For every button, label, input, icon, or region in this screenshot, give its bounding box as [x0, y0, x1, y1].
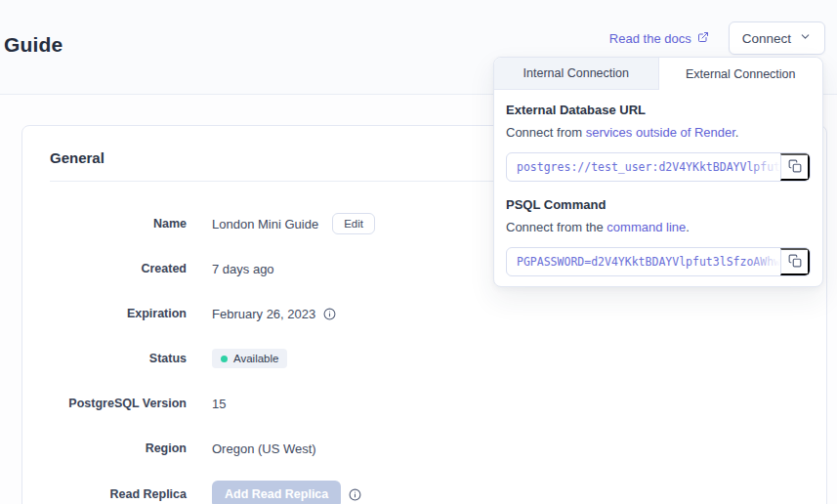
- info-icon[interactable]: [323, 308, 336, 320]
- description-text: .: [735, 125, 739, 140]
- expiration-label: Expiration: [50, 307, 187, 320]
- status-badge-label: Available: [233, 353, 278, 364]
- copy-button[interactable]: [780, 248, 810, 275]
- expiration-value: February 26, 2023: [212, 307, 315, 321]
- row-postgresql-version: PostgreSQL Version 15: [50, 391, 799, 416]
- status-available-dot: [221, 356, 228, 362]
- page-title: Guide: [4, 33, 63, 57]
- row-expiration: Expiration February 26, 2023: [50, 301, 799, 326]
- status-label: Status: [50, 352, 187, 365]
- name-value-group: London Mini Guide Edit: [212, 213, 375, 234]
- created-label: Created: [50, 262, 187, 275]
- edit-name-button[interactable]: Edit: [332, 213, 375, 234]
- read-replica-label: Read Replica: [50, 487, 187, 501]
- external-connection-panel: External Database URL Connect from servi…: [494, 90, 822, 290]
- name-value: London Mini Guide: [212, 217, 318, 231]
- name-label: Name: [50, 217, 187, 231]
- region-label: Region: [50, 441, 187, 455]
- read-replica-value-group: Add Read Replica: [212, 481, 361, 504]
- add-read-replica-button[interactable]: Add Read Replica: [212, 481, 341, 504]
- connect-popover: Internal Connection External Connection …: [493, 57, 823, 287]
- description-text: Connect from the: [506, 220, 607, 234]
- chevron-down-icon: [799, 30, 812, 46]
- header-actions: Read the docs Connect: [609, 21, 825, 55]
- read-the-docs-link[interactable]: Read the docs: [609, 31, 709, 46]
- connect-button[interactable]: Connect: [729, 21, 825, 55]
- postgresql-version-label: PostgreSQL Version: [50, 397, 187, 410]
- external-database-url-value[interactable]: postgres://test_user:d2V4YKktBDAYVlpfut3…: [507, 153, 780, 181]
- connect-button-label: Connect: [742, 31, 791, 46]
- external-link-icon: [697, 31, 709, 46]
- description-text: .: [686, 220, 690, 234]
- read-the-docs-label: Read the docs: [609, 31, 691, 46]
- created-value: 7 days ago: [212, 262, 274, 276]
- tab-external-connection[interactable]: External Connection: [659, 58, 823, 90]
- postgresql-version-value: 15: [212, 397, 226, 411]
- status-badge: Available: [212, 349, 287, 368]
- external-database-url-field: postgres://test_user:d2V4YKktBDAYVlpfut3…: [506, 152, 811, 182]
- psql-command-description: Connect from the command line.: [506, 220, 811, 234]
- info-icon[interactable]: [349, 488, 361, 501]
- psql-command-heading: PSQL Command: [506, 197, 811, 212]
- expiration-value-group: February 26, 2023: [212, 307, 336, 321]
- psql-command-value[interactable]: PGPASSWORD=d2V4YKktBDAYVlpfut3lSfzoAWhwb…: [507, 248, 780, 275]
- copy-button[interactable]: [780, 153, 810, 181]
- command-line-link[interactable]: command line: [607, 220, 686, 234]
- row-region: Region Oregon (US West): [50, 436, 799, 461]
- row-status: Status Available: [50, 346, 799, 371]
- connection-tabs: Internal Connection External Connection: [494, 58, 822, 90]
- services-outside-render-link[interactable]: services outside of Render: [586, 125, 735, 140]
- psql-command-field: PGPASSWORD=d2V4YKktBDAYVlpfut3lSfzoAWhwb…: [506, 247, 811, 276]
- status-value-group: Available: [212, 349, 287, 368]
- description-text: Connect from: [506, 125, 586, 140]
- external-database-url-heading: External Database URL: [506, 103, 811, 117]
- row-read-replica: Read Replica Add Read Replica: [50, 481, 799, 504]
- copy-icon: [788, 159, 802, 176]
- region-value: Oregon (US West): [212, 441, 316, 456]
- copy-icon: [788, 254, 802, 271]
- tab-internal-connection[interactable]: Internal Connection: [494, 58, 659, 90]
- external-database-url-description: Connect from services outside of Render.: [506, 125, 811, 140]
